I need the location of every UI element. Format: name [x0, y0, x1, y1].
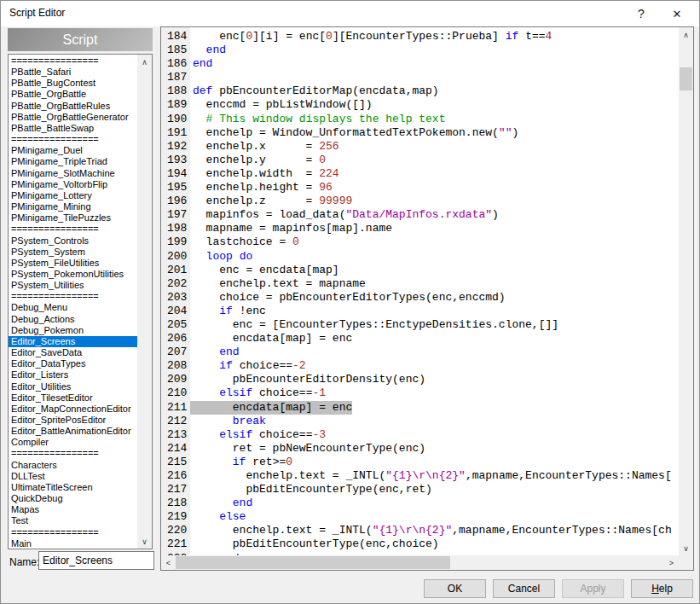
script-list-item[interactable]: Editor_Utilities	[9, 381, 137, 392]
help-button[interactable]: Help	[631, 579, 693, 598]
script-list-item[interactable]: QuickDebug	[9, 493, 137, 504]
code-line[interactable]: 219 else	[161, 510, 679, 524]
code-line[interactable]: 203 choice = pbEncounterEditorTypes(enc,…	[161, 291, 679, 305]
code-line[interactable]: 209 pbEncounterEditorDensity(enc)	[161, 373, 679, 386]
script-list-item[interactable]: PBattle_OrgBattleRules	[9, 101, 137, 112]
script-list-item[interactable]: Editor_Screens	[9, 336, 137, 347]
scroll-down-icon[interactable]: ∨	[137, 534, 152, 549]
code-line[interactable]: 187	[161, 71, 679, 84]
script-list-item[interactable]: Compiler	[9, 437, 137, 448]
script-list-item[interactable]: PMinigame_Mining	[9, 201, 137, 212]
script-list-item[interactable]: PSystem_Controls	[9, 235, 137, 247]
code-line[interactable]: 194 enchelp.width = 224	[161, 167, 679, 181]
cancel-button[interactable]: Cancel	[493, 579, 555, 598]
script-list-item[interactable]: UltimateTitleScreen	[9, 482, 137, 493]
ok-button[interactable]: OK	[424, 579, 486, 598]
scroll-up-icon[interactable]: ∧	[679, 27, 693, 42]
code-line[interactable]: 207 end	[161, 346, 679, 359]
code-line[interactable]: 189 enccmd = pbListWindow([])	[161, 98, 679, 112]
script-list-item[interactable]: ================	[9, 55, 137, 67]
script-list-item[interactable]: Editor_SpritePosEditor	[9, 415, 137, 426]
horizontal-scroll-thumb[interactable]	[176, 556, 450, 569]
script-list-item[interactable]: Editor_TilesetEditor	[9, 392, 137, 404]
script-list-item[interactable]: Editor_SaveData	[9, 347, 137, 358]
script-list-item[interactable]: Test	[9, 515, 137, 526]
editor-horizontal-scrollbar[interactable]: < >	[161, 555, 679, 570]
code-line[interactable]: 196 enchelp.z = 99999	[161, 195, 679, 208]
script-list-item[interactable]: PMinigame_Duel	[9, 145, 137, 156]
code-line[interactable]: 200 loop do	[161, 250, 679, 264]
scroll-up-icon[interactable]: ∧	[137, 55, 152, 69]
code-line[interactable]: 186end	[161, 57, 679, 71]
code-line[interactable]: 192 enchelp.x = 256	[161, 140, 679, 154]
script-list-item[interactable]: Characters	[9, 460, 137, 471]
scroll-left-icon[interactable]: <	[161, 555, 176, 570]
close-icon[interactable]: ✕	[660, 1, 694, 26]
code-line[interactable]: 206 encdata[map] = enc	[161, 332, 679, 346]
code-line[interactable]: 193 enchelp.y = 0	[161, 154, 679, 167]
script-list-item[interactable]: PSystem_PokemonUtilities	[9, 269, 137, 280]
script-list-item[interactable]: PMinigame_TilePuzzles	[9, 212, 137, 224]
code-line[interactable]: 184 enc[0][i] = enc[0][EncounterTypes::P…	[161, 30, 679, 44]
script-list-item[interactable]: PBattle_BattleSwap	[9, 123, 137, 134]
script-list-item[interactable]: PMinigame_SlotMachine	[9, 168, 137, 179]
script-list-item[interactable]: Debug_Menu	[9, 302, 137, 313]
script-list-item[interactable]: ================	[9, 527, 137, 538]
code-line[interactable]: 190 # This window displays the help text	[161, 113, 679, 126]
script-list-item[interactable]: PMinigame_Lottery	[9, 190, 137, 201]
script-list-item[interactable]: PMinigame_VoltorbFlip	[9, 179, 137, 190]
script-list-item[interactable]: ================	[9, 224, 137, 235]
script-list-item[interactable]: ================	[9, 134, 137, 145]
code-line[interactable]: 195 enchelp.height = 96	[161, 181, 679, 195]
code-line[interactable]: 199 lastchoice = 0	[161, 235, 679, 249]
code-line[interactable]: 185 end	[161, 44, 679, 57]
code-line[interactable]: 215 if ret>=0	[161, 456, 679, 469]
code-editor[interactable]: 184 enc[0][i] = enc[0][EncounterTypes::P…	[160, 26, 694, 571]
script-list-item[interactable]: ================	[9, 448, 137, 459]
code-line[interactable]: 198 mapname = mapinfos[map].name	[161, 222, 679, 235]
script-list-item[interactable]: Debug_Actions	[9, 314, 137, 325]
script-list-item[interactable]: PSystem_System	[9, 247, 137, 258]
script-list-item[interactable]: Editor_BattleAnimationEditor	[9, 426, 137, 437]
script-list-item[interactable]: PBattle_Safari	[9, 67, 137, 78]
script-list-item[interactable]: Editor_MapConnectionEditor	[9, 404, 137, 415]
code-line[interactable]: 205 enc = [EncounterTypes::EnctypeDensit…	[161, 318, 679, 332]
editor-vertical-scrollbar[interactable]: ∧ ∨	[679, 27, 693, 555]
script-listbox[interactable]: ================PBattle_SafariPBattle_Bu…	[8, 54, 153, 549]
code-line[interactable]: 214 ret = pbNewEncounterType(enc)	[161, 442, 679, 456]
code-line[interactable]: 208 if choice==-2	[161, 359, 679, 373]
script-list-item[interactable]: Main	[9, 538, 137, 549]
code-line[interactable]: 218 end	[161, 497, 679, 510]
code-line[interactable]: 213 elsif choice==-3	[161, 428, 679, 442]
scroll-right-icon[interactable]: >	[664, 555, 679, 570]
code-line[interactable]: 220 enchelp.text = _INTL("{1}\r\n{2}",ma…	[161, 524, 679, 537]
name-input[interactable]	[38, 551, 154, 570]
code-line[interactable]: 211 encdata[map] = enc	[161, 401, 679, 415]
code-line[interactable]: 204 if !enc	[161, 305, 679, 318]
script-list-item[interactable]: PBattle_BugContest	[9, 78, 137, 89]
script-list-item[interactable]: Mapas	[9, 504, 137, 515]
code-line[interactable]: 191 enchelp = Window_UnformattedTextPoke…	[161, 126, 679, 140]
script-list-item[interactable]: PBattle_OrgBattle	[9, 89, 137, 100]
title-bar[interactable]: Script Editor ? ✕	[1, 1, 699, 26]
script-list-item[interactable]: Debug_Pokemon	[9, 325, 137, 336]
code-line[interactable]: 201 enc = encdata[map]	[161, 264, 679, 277]
scroll-down-icon[interactable]: ∨	[679, 541, 693, 555]
script-list-item[interactable]: Editor_Listers	[9, 369, 137, 380]
code-line[interactable]: 202 enchelp.text = mapname	[161, 277, 679, 291]
script-list-item[interactable]: DLLTest	[9, 471, 137, 482]
vertical-scroll-thumb[interactable]	[680, 67, 692, 90]
code-line[interactable]: 216 enchelp.text = _INTL("{1}\r\n{2}",ma…	[161, 469, 679, 483]
script-list-item[interactable]: ================	[9, 291, 137, 302]
script-list-scrollbar[interactable]: ∧ ∨	[137, 55, 152, 549]
code-line[interactable]: 197 mapinfos = load_data("Data/MapInfos.…	[161, 208, 679, 222]
script-list-item[interactable]: PMinigame_TripleTriad	[9, 156, 137, 167]
code-line[interactable]: 210 elsif choice==-1	[161, 386, 679, 400]
script-list-item[interactable]: PSystem_Utilities	[9, 280, 137, 291]
code-line[interactable]: 188def pbEncounterEditorMap(encdata,map)	[161, 84, 679, 98]
code-line[interactable]: 217 pbEditEncounterType(enc,ret)	[161, 483, 679, 497]
script-list-item[interactable]: Editor_DataTypes	[9, 358, 137, 369]
help-icon[interactable]: ?	[624, 1, 658, 26]
code-line[interactable]: 212 break	[161, 415, 679, 428]
code-line[interactable]: 221 pbEditEncounterType(enc,choice)	[161, 537, 679, 551]
